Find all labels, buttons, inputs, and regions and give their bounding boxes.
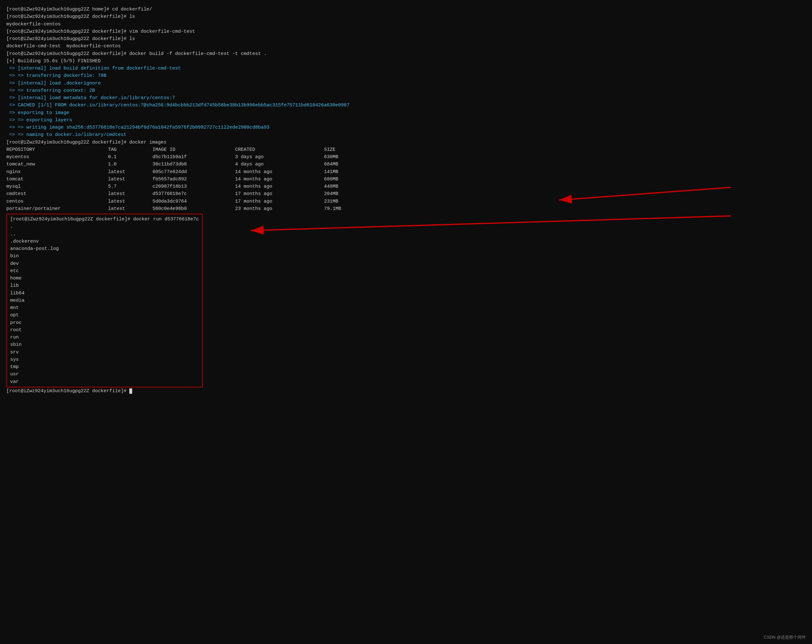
line-2: [root@iZwz924yim3uch16ugpg22Z dockerfile…	[6, 13, 806, 20]
table-row: centoslatest5d0da3dc976417 months ago231…	[6, 198, 806, 205]
terminal: [root@iZwz924yim3uch16ugpg22Z home]# cd …	[0, 0, 812, 644]
ls-run: run	[10, 334, 199, 341]
ls-sys: sys	[10, 356, 199, 363]
line-8: [+] Building 15.6s (5/5) FINISHED	[6, 58, 806, 65]
ls-opt: opt	[10, 312, 199, 319]
line-12: => => transferring context: 2B	[6, 87, 806, 94]
ls-tmp: tmp	[10, 363, 199, 371]
ls-var: var	[10, 378, 199, 385]
ls-dotdot: ..	[10, 231, 199, 238]
ls-dev: dev	[10, 260, 199, 267]
watermark: CSDN @还是那个同伴	[764, 635, 806, 640]
ls-sbin: sbin	[10, 341, 199, 349]
line-16: => => exporting layers	[6, 117, 806, 124]
docker-run-section: [root@iZwz924yim3uch16ugpg22Z dockerfile…	[6, 214, 203, 387]
ls-dockerenv: .dockerenv	[10, 238, 199, 245]
line-9: => [internal] load build definition from…	[6, 65, 806, 72]
line-11: => [internal] load .dockerignore	[6, 80, 806, 87]
ls-usr: usr	[10, 371, 199, 378]
table-row: cmdtestlatestd53776618e7c17 months ago20…	[6, 190, 806, 198]
line-19: [root@iZwz924yim3uch16ugpg22Z dockerfile…	[6, 139, 806, 146]
table-row: tomcatlatestfb5657adc89214 months ago680…	[6, 176, 806, 183]
ls-srv: srv	[10, 349, 199, 356]
line-18: => => naming to docker.io/library/cmdtes…	[6, 131, 806, 139]
line-13: => [internal] load metadata for docker.i…	[6, 94, 806, 102]
ls-etc: etc	[10, 267, 199, 275]
svg-line-2	[251, 216, 731, 231]
line-4: [root@iZwz924yim3uch16ugpg22Z dockerfile…	[6, 28, 806, 35]
final-prompt: [root@iZwz924yim3uch16ugpg22Z dockerfile…	[6, 387, 806, 395]
table-header: REPOSITORYTAGIMAGE IDCREATEDSIZE	[6, 146, 806, 154]
table-row: tomcat_new1.030c11bd73db84 days ago684MB	[6, 161, 806, 168]
ls-media: media	[10, 297, 199, 304]
docker-run-command: [root@iZwz924yim3uch16ugpg22Z dockerfile…	[10, 216, 199, 223]
line-14: => CACHED [1/1] FROM docker.io/library/c…	[6, 102, 806, 109]
line-6: dockerfile-cmd-test mydockerfile-centos	[6, 43, 806, 50]
docker-images-table: REPOSITORYTAGIMAGE IDCREATEDSIZE mycento…	[6, 146, 806, 212]
ls-root: root	[10, 326, 199, 334]
table-row: mysql5.7c20987f18b1314 months ago448MB	[6, 183, 806, 190]
line-1: [root@iZwz924yim3uch16ugpg22Z home]# cd …	[6, 6, 806, 13]
table-row: nginxlatest605c77e624dd14 months ago141M…	[6, 168, 806, 176]
table-row: mycentos0.1d5c7b11b9a1f3 days ago630MB	[6, 154, 806, 161]
ls-lib: lib	[10, 282, 199, 289]
ls-bin: bin	[10, 253, 199, 260]
line-7: [root@iZwz924yim3uch16ugpg22Z dockerfile…	[6, 50, 806, 58]
line-10: => => transferring dockerfile: 78B	[6, 72, 806, 79]
ls-proc: proc	[10, 319, 199, 326]
line-15: => exporting to image	[6, 109, 806, 117]
ls-dot: .	[10, 223, 199, 230]
line-3: mydockerfile-centos	[6, 21, 806, 28]
line-5: [root@iZwz924yim3uch16ugpg22Z dockerfile…	[6, 35, 806, 43]
ls-mnt: mnt	[10, 304, 199, 312]
ls-home: home	[10, 275, 199, 282]
ls-anaconda: anaconda-post.log	[10, 245, 199, 253]
line-17: => => writing image sha256:d53776618e7ca…	[6, 124, 806, 131]
ls-lib64: lib64	[10, 289, 199, 297]
table-row: portainer/portainerlatest580c0e4e98b023 …	[6, 205, 806, 212]
